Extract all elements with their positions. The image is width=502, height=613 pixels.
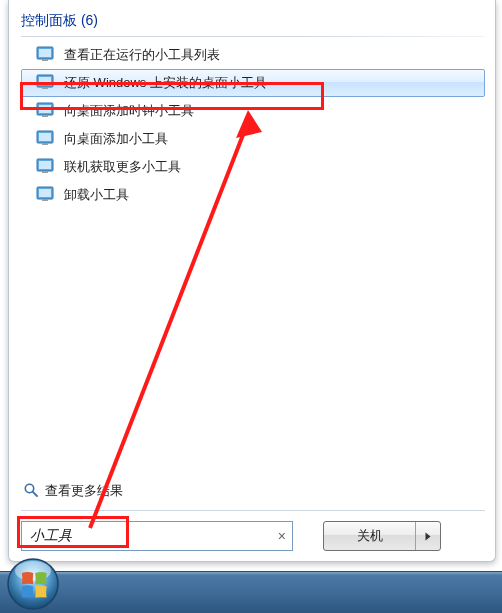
result-item-uninstall-gadget[interactable]: 卸载小工具	[21, 181, 485, 209]
see-more-results[interactable]: 查看更多结果	[21, 478, 485, 504]
results-category-header: 控制面板 (6)	[21, 8, 485, 36]
divider	[21, 36, 485, 37]
svg-line-19	[33, 491, 37, 495]
svg-rect-1	[39, 49, 51, 57]
result-item-label: 卸载小工具	[64, 186, 129, 204]
shutdown-label: 关机	[357, 527, 383, 545]
category-count: (6)	[81, 12, 98, 28]
result-item-label: 联机获取更多小工具	[64, 158, 181, 176]
result-item-label: 向桌面添加小工具	[64, 130, 168, 148]
spacer	[21, 209, 485, 478]
control-panel-icon	[36, 129, 54, 150]
annotation-box-bottom	[17, 516, 129, 548]
see-more-label: 查看更多结果	[45, 482, 123, 500]
svg-rect-13	[39, 161, 51, 169]
shutdown-button[interactable]: 关机	[324, 522, 416, 550]
svg-rect-10	[39, 133, 51, 141]
svg-rect-2	[42, 59, 48, 61]
search-icon	[23, 482, 39, 501]
svg-rect-17	[42, 199, 48, 201]
result-item-view-running-gadgets[interactable]: 查看正在运行的小工具列表	[21, 41, 485, 69]
shutdown-menu-arrow[interactable]	[416, 522, 440, 550]
shutdown-split-button: 关机	[323, 521, 441, 551]
result-item-online-gadgets[interactable]: 联机获取更多小工具	[21, 153, 485, 181]
annotation-box-top	[20, 82, 324, 110]
control-panel-icon	[36, 185, 54, 206]
result-list: 查看正在运行的小工具列表 还原 Windows 上安装的桌面小工具 向桌	[21, 41, 485, 209]
svg-rect-16	[39, 189, 51, 197]
result-item-add-gadget[interactable]: 向桌面添加小工具	[21, 125, 485, 153]
control-panel-icon	[36, 157, 54, 178]
taskbar[interactable]	[0, 571, 502, 613]
control-panel-icon	[36, 45, 54, 66]
svg-rect-14	[42, 171, 48, 173]
chevron-right-icon	[426, 532, 431, 540]
result-item-label: 查看正在运行的小工具列表	[64, 46, 220, 64]
svg-rect-11	[42, 143, 48, 145]
category-title: 控制面板	[21, 12, 77, 28]
start-button[interactable]	[6, 557, 60, 611]
clear-icon[interactable]: ×	[278, 528, 286, 544]
svg-rect-8	[42, 115, 48, 117]
